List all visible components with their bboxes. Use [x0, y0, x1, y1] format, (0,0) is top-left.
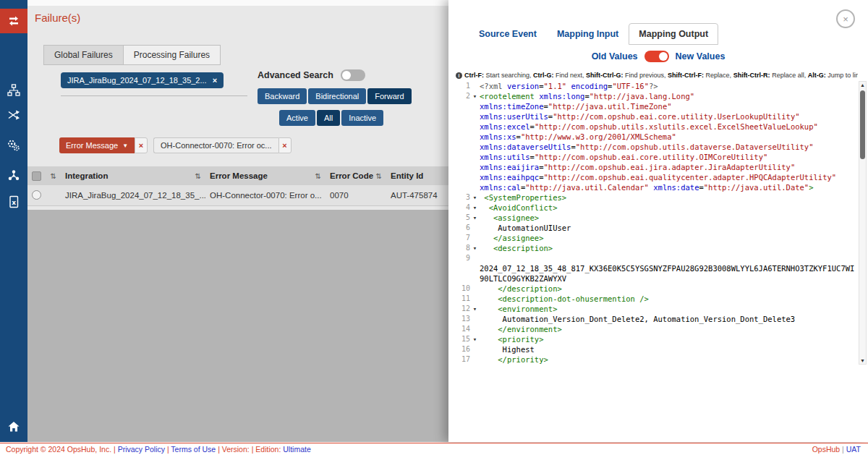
sort-icon[interactable]: ⇅	[376, 172, 382, 180]
fold-arrow-icon[interactable]: ▾	[470, 203, 480, 213]
close-panel-button[interactable]: ×	[836, 9, 855, 28]
fold-arrow-icon[interactable]: ▾	[470, 304, 480, 314]
footer-opshub: OpsHub	[812, 445, 841, 454]
scroll-down-icon[interactable]: ▼	[859, 358, 866, 363]
fold-arrow-icon[interactable]: ▾	[470, 243, 480, 253]
mappings-nav-button[interactable]	[0, 103, 27, 127]
editor-line: 17 </priority>	[448, 354, 856, 365]
fold-spacer	[470, 314, 480, 324]
code-content[interactable]: <SystemProperties>	[480, 192, 856, 203]
filter-chip-oh-connector-0070-error-[interactable]: OH-Connector-0070: Error oc...	[153, 137, 278, 153]
header-error-message: Error Message⇅	[205, 171, 326, 180]
line-number: 16	[448, 344, 470, 354]
old-values-label[interactable]: Old Values	[592, 51, 638, 61]
code-content[interactable]: </environment>	[480, 324, 856, 334]
bidirectional-button[interactable]: Bidirectional	[308, 88, 366, 104]
advanced-search: Advanced Search BackwardBidirectionalFor…	[258, 69, 431, 126]
code-content[interactable]: 2024_07_12_18_35_48_817_KX36E0K5C5YSGSNY…	[480, 253, 856, 284]
advanced-search-toggle-knob	[342, 71, 351, 80]
code-content[interactable]: <?xml version="1.1" encoding="UTF-16"?>	[480, 81, 856, 91]
caret-down-icon: ▼	[122, 143, 128, 149]
chip-close-icon[interactable]: ×	[213, 76, 217, 85]
code-content[interactable]: <priority>	[480, 334, 856, 344]
fold-arrow-icon[interactable]: ▾	[470, 213, 480, 223]
code-content[interactable]: <assignee>	[480, 213, 856, 223]
all-button[interactable]: All	[317, 110, 340, 126]
fold-arrow-icon[interactable]: ▾	[470, 91, 480, 192]
code-content[interactable]: AutomationUIUser	[480, 223, 856, 233]
fold-arrow-icon[interactable]: ▾	[470, 334, 480, 344]
footer-copyright-2024-opshub-inc: Copyright © 2024 OpsHub, Inc.	[6, 445, 111, 454]
editor-line: 4▾ <AvoidConflict>	[448, 203, 856, 213]
integration-chip-row: JIRA_JiraBug_2024_07_12_18_35_2... ×	[61, 72, 224, 88]
fold-spacer	[470, 253, 480, 284]
row-radio[interactable]	[32, 190, 41, 200]
footer-link-terms-of-use[interactable]: Terms of Use	[171, 445, 216, 454]
sort-icon[interactable]: ⇅	[51, 172, 56, 180]
filter-chip-error-message[interactable]: Error Message▼	[59, 137, 135, 153]
forward-button[interactable]: Forward	[367, 88, 411, 104]
line-number: 14	[448, 324, 470, 334]
fold-arrow-icon[interactable]: ▾	[470, 192, 480, 203]
header-integration: Integration⇅	[61, 171, 205, 180]
footer-left: Copyright © 2024 OpsHub, Inc. | Privacy …	[6, 445, 311, 454]
panel-tabs: Source EventMapping InputMapping Output	[469, 23, 718, 45]
settings-nav-button[interactable]	[0, 133, 27, 158]
integration-chip-label: JIRA_JiraBug_2024_07_12_18_35_2...	[67, 76, 207, 85]
code-content[interactable]: <AvoidConflict>	[480, 203, 856, 213]
code-content[interactable]: Automation_Version_Dont_Delete2, Automat…	[480, 314, 856, 324]
header-select-cell: ⇅	[27, 171, 61, 181]
chip-underline	[61, 95, 247, 96]
editor-scrollbar[interactable]: ▲ ▼	[859, 81, 867, 365]
state-buttons: ActiveAllInactive	[279, 110, 431, 126]
filter-remove-button[interactable]: ×	[135, 137, 148, 153]
xml-editor[interactable]: 1<?xml version="1.1" encoding="UTF-16"?>…	[448, 81, 856, 365]
select-all-checkbox[interactable]	[32, 171, 41, 181]
fold-spacer	[470, 344, 480, 354]
editor-line: 1<?xml version="1.1" encoding="UTF-16"?>	[448, 81, 856, 91]
inactive-button[interactable]: Inactive	[341, 110, 383, 126]
editor-line: 15▾ <priority>	[448, 334, 856, 344]
backward-button[interactable]: Backward	[258, 88, 307, 104]
footer-link-ultimate[interactable]: Ultimate	[281, 445, 310, 454]
active-button[interactable]: Active	[279, 110, 315, 126]
sync-nav-button[interactable]	[0, 9, 27, 33]
home-nav-button[interactable]	[0, 420, 27, 433]
tab-mapping-output[interactable]: Mapping Output	[629, 23, 718, 45]
code-content[interactable]: <description>	[480, 243, 856, 253]
excel-file-icon: x	[7, 195, 20, 208]
sort-icon[interactable]: ⇅	[195, 172, 201, 180]
values-toggle[interactable]	[644, 51, 669, 62]
integration-filter-chip[interactable]: JIRA_JiraBug_2024_07_12_18_35_2... ×	[61, 72, 224, 88]
error-filters: Error Message▼×OH-Connector-0070: Error …	[59, 137, 297, 153]
line-number: 10	[448, 284, 470, 294]
footer-separator: |	[840, 445, 846, 454]
tab-global-failures[interactable]: Global Failures	[43, 45, 124, 65]
advanced-search-toggle[interactable]	[341, 69, 365, 81]
code-content[interactable]: </assignee>	[480, 233, 856, 243]
tab-processing-failures[interactable]: Processing Failures	[124, 45, 221, 65]
scroll-thumb[interactable]	[860, 90, 865, 159]
workflow-nav-button[interactable]	[0, 163, 27, 188]
editor-line: 7 </assignee>	[448, 233, 856, 243]
values-toggle-row: Old Values New Values	[448, 51, 868, 62]
code-content[interactable]: </priority>	[480, 354, 856, 365]
filter-remove-button[interactable]: ×	[278, 137, 292, 153]
tab-mapping-input[interactable]: Mapping Input	[547, 23, 629, 45]
code-content[interactable]: <environment>	[480, 304, 856, 314]
integrations-nav-button[interactable]	[0, 78, 27, 103]
scroll-up-icon[interactable]: ▲	[859, 82, 866, 88]
code-content[interactable]: </description>	[480, 284, 856, 294]
cell-error-message: OH-Connector-0070: Error o...	[205, 191, 326, 200]
code-content[interactable]: <description-dot-ohusermention />	[480, 294, 856, 304]
sort-icon[interactable]: ⇅	[315, 172, 321, 180]
new-values-label[interactable]: New Values	[676, 51, 726, 61]
footer-version: Version:	[222, 445, 250, 454]
tab-source-event[interactable]: Source Event	[469, 23, 547, 45]
header-error-code: Error Code⇅	[326, 171, 386, 180]
footer-link-privacy-policy[interactable]: Privacy Policy	[118, 445, 165, 454]
code-content[interactable]: Highest	[480, 344, 856, 354]
export-nav-button[interactable]: x	[0, 190, 27, 214]
code-content[interactable]: <rootelement xmlns:long="http://java.lan…	[480, 91, 856, 192]
footer-right: OpsHub | UAT	[812, 445, 861, 454]
